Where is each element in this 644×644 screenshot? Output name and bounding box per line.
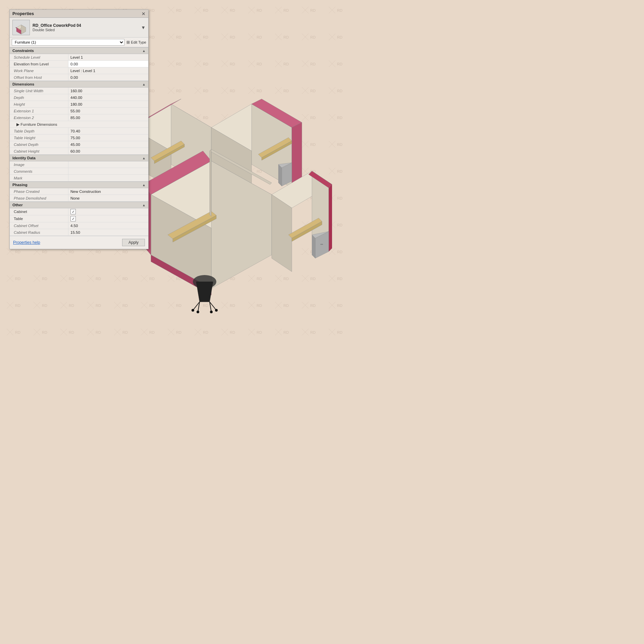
prop-row-phasing-0: Phase CreatedNew Construction xyxy=(10,188,148,195)
prop-row-other-3: Cabinet Radius15.50 xyxy=(10,229,148,236)
prop-value-other-1[interactable]: ✓ xyxy=(68,215,148,222)
prop-row-other-0: Cabinet✓ xyxy=(10,208,148,215)
prop-value-constraints-2: Level : Level 1 xyxy=(68,67,148,74)
prop-value-other-3: 15.50 xyxy=(68,229,148,235)
prop-value-identity-1 xyxy=(68,168,148,174)
prop-label-dimensions-2: Height xyxy=(10,101,68,107)
prop-label-identity-1: Comments xyxy=(10,168,68,174)
svg-point-34 xyxy=(210,311,213,313)
prop-label-constraints-3: Offset from Host xyxy=(10,74,68,80)
submenu-dimensions-5: ▶ Furniture Dimensions xyxy=(10,121,148,127)
panel-title: Properties xyxy=(12,11,34,16)
prop-label-other-0: Cabinet xyxy=(10,208,68,215)
svg-marker-43 xyxy=(312,235,315,258)
prop-row-identity-0: Image xyxy=(10,161,148,168)
prop-value-identity-2 xyxy=(68,175,148,181)
prop-label-constraints-0: Schedule Level xyxy=(10,54,68,60)
close-button[interactable]: ✕ xyxy=(142,11,146,16)
prop-row-phasing-1: Phase DemolishedNone xyxy=(10,195,148,202)
section-header-phasing: Phasing▲ xyxy=(10,181,148,188)
edit-type-button[interactable]: ⊞ Edit Type xyxy=(126,40,146,45)
prop-value-dimensions-3: 55.00 xyxy=(68,108,148,114)
prop-value-dimensions-7: 75.00 xyxy=(68,135,148,141)
prop-label-dimensions-0: Single Unit Width xyxy=(10,88,68,94)
section-arrow-constraints[interactable]: ▲ xyxy=(142,49,146,53)
prop-value-constraints-0: Level 1 xyxy=(68,54,148,60)
prop-row-dimensions-3: Extension 155.00 xyxy=(10,108,148,114)
checkbox-other-0[interactable]: ✓ xyxy=(70,209,76,214)
prop-label-dimensions-6: Table Depth xyxy=(10,128,68,134)
section-header-other: Other▲ xyxy=(10,202,148,208)
prop-label-dimensions-7: Table Height xyxy=(10,135,68,141)
prop-row-dimensions-8: Cabinet Depth45.00 xyxy=(10,141,148,148)
prop-label-dimensions-8: Cabinet Depth xyxy=(10,141,68,148)
svg-marker-37 xyxy=(272,195,292,272)
prop-label-constraints-2: Work Plane xyxy=(10,67,68,74)
prop-label-constraints-1: Elevation from Level xyxy=(10,61,68,67)
prop-label-dimensions-3: Extension 1 xyxy=(10,108,68,114)
object-name: RD_Office CoworkPod 04 xyxy=(33,23,81,28)
prop-value-dimensions-2: 180.00 xyxy=(68,101,148,107)
prop-value-dimensions-4: 85.00 xyxy=(68,114,148,121)
checkbox-other-1[interactable]: ✓ xyxy=(70,216,76,221)
prop-row-constraints-3: Offset from Host0.00 xyxy=(10,74,148,81)
svg-point-32 xyxy=(215,309,218,312)
prop-label-other-1: Table xyxy=(10,215,68,222)
section-arrow-identity[interactable]: ▲ xyxy=(142,156,146,160)
section-arrow-other[interactable]: ▲ xyxy=(142,203,146,207)
section-header-identity: Identity Data▲ xyxy=(10,155,148,161)
properties-panel: Properties ✕ RD_Office CoworkPod 04 Doub… xyxy=(9,9,149,249)
header-dropdown-arrow[interactable]: ▼ xyxy=(141,25,146,30)
section-header-constraints: Constraints▲ xyxy=(10,47,148,54)
prop-value-dimensions-8: 45.00 xyxy=(68,141,148,148)
help-link[interactable]: Properties help xyxy=(13,240,40,245)
prop-label-other-2: Cabinet Offset xyxy=(10,222,68,229)
prop-row-dimensions-4: Extension 285.00 xyxy=(10,114,148,121)
prop-value-dimensions-1: 440.00 xyxy=(68,94,148,101)
prop-row-dimensions-5: ▶ Furniture Dimensions xyxy=(10,121,148,128)
section-label-dimensions: Dimensions xyxy=(12,82,34,86)
object-subtitle: Double Sided xyxy=(33,28,81,32)
section-label-other: Other xyxy=(12,203,23,207)
sections-container: Constraints▲Schedule LevelLevel 1Elevati… xyxy=(10,47,148,236)
panel-titlebar: Properties ✕ xyxy=(10,10,148,18)
section-header-dimensions: Dimensions▲ xyxy=(10,81,148,88)
svg-marker-47 xyxy=(210,149,211,216)
prop-value-identity-0 xyxy=(68,161,148,168)
svg-marker-15 xyxy=(278,164,282,186)
svg-marker-52 xyxy=(16,27,16,28)
prop-label-identity-2: Mark xyxy=(10,175,68,181)
prop-row-dimensions-1: Depth440.00 xyxy=(10,94,148,101)
apply-button[interactable]: Apply xyxy=(122,239,145,246)
svg-point-31 xyxy=(192,309,194,312)
svg-point-33 xyxy=(197,311,199,313)
svg-marker-38 xyxy=(329,184,332,252)
panel-object-info: RD_Office CoworkPod 04 Double Sided xyxy=(33,23,81,32)
prop-row-dimensions-0: Single Unit Width160.00 xyxy=(10,88,148,94)
prop-row-identity-1: Comments xyxy=(10,168,148,175)
section-label-identity: Identity Data xyxy=(12,156,36,160)
prop-value-dimensions-6: 70.40 xyxy=(68,128,148,134)
prop-row-dimensions-9: Cabinet Height60.00 xyxy=(10,148,148,155)
edit-type-icon: ⊞ xyxy=(126,40,130,45)
panel-footer: Properties help Apply xyxy=(10,236,148,249)
prop-label-identity-0: Image xyxy=(10,161,68,168)
prop-row-constraints-0: Schedule LevelLevel 1 xyxy=(10,54,148,61)
prop-row-other-1: Table✓ xyxy=(10,215,148,222)
prop-row-other-2: Cabinet Offset4.50 xyxy=(10,222,148,229)
section-arrow-dimensions[interactable]: ▲ xyxy=(142,83,146,86)
prop-value-dimensions-0: 160.00 xyxy=(68,88,148,94)
prop-label-phasing-0: Phase Created xyxy=(10,188,68,195)
type-dropdown[interactable]: Furniture (1) xyxy=(12,39,124,46)
prop-value-other-0[interactable]: ✓ xyxy=(68,208,148,215)
prop-row-dimensions-2: Height180.00 xyxy=(10,101,148,108)
section-arrow-phasing[interactable]: ▲ xyxy=(142,183,146,187)
section-label-constraints: Constraints xyxy=(12,49,34,53)
prop-value-phasing-1: None xyxy=(68,195,148,201)
prop-value-constraints-1[interactable]: 0.00 xyxy=(68,61,148,67)
prop-row-constraints-1: Elevation from Level0.00 xyxy=(10,61,148,67)
prop-label-dimensions-4: Extension 2 xyxy=(10,114,68,121)
panel-header: RD_Office CoworkPod 04 Double Sided ▼ xyxy=(10,18,148,38)
prop-row-dimensions-6: Table Depth70.40 xyxy=(10,128,148,135)
section-label-phasing: Phasing xyxy=(12,183,28,187)
